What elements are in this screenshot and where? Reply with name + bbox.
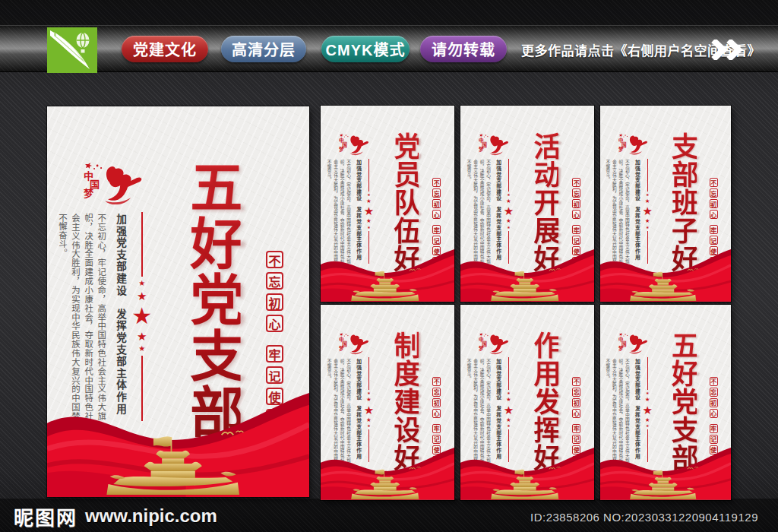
star-icon: ★ (507, 424, 510, 428)
svg-text:梦: 梦 (84, 188, 94, 199)
motto-char: 记 (572, 435, 581, 444)
page: 党建文化 高清分层 CMYK模式 请勿转载 更多作品请点击《右侧用户名空间查看》… (0, 0, 778, 532)
site-name: 昵图网 (14, 502, 77, 530)
poster-thumbnail-2[interactable]: 中 国 梦 活动开展好 加强党支部建设 发挥党支部主体作用 不忘初心，牢记使命，… (460, 106, 594, 302)
star-icon: ★ (367, 193, 370, 197)
motto-char: 初 (266, 293, 283, 311)
svg-text:梦: 梦 (479, 345, 484, 352)
star-icon: ★ (137, 331, 147, 342)
star-icon: ★ (131, 305, 152, 328)
tag-pill-no-repost[interactable]: 请勿转载 (420, 36, 507, 62)
doves-icon (549, 268, 561, 273)
poster-thumbnail-5[interactable]: 中 国 梦 作用发挥好 加强党支部建设 发挥党支部主体作用 不忘初心，牢记使命，… (460, 305, 594, 500)
star-icon: ★ (366, 198, 372, 204)
motto-char: 记 (432, 435, 441, 444)
doves-icon (220, 429, 245, 439)
china-dream-logo: 中 国 梦 (336, 332, 369, 355)
motto-char: 心 (432, 210, 441, 219)
double-chevron-right-icon[interactable] (711, 40, 745, 60)
motto-char: 记 (710, 435, 719, 444)
divider-line (508, 357, 509, 390)
motto-char: 忘 (432, 188, 441, 198)
motto-char: 牢 (710, 424, 719, 433)
svg-text:梦: 梦 (618, 344, 624, 351)
coreldraw-logo-icon (47, 27, 97, 73)
star-icon: ★ (507, 226, 510, 230)
site-url: www.nipic.com (85, 505, 217, 527)
star-icon: ★ (506, 218, 511, 224)
poster-thumbnail-3[interactable]: 中 国 梦 支部班子好 加强党支部建设 发挥党支部主体作用 不忘初心，牢记使命，… (600, 106, 731, 302)
motto-char: 忘 (572, 188, 581, 198)
motto-char: 心 (432, 409, 441, 418)
star-icon: ★ (507, 391, 510, 395)
motto-char: 不 (572, 377, 581, 386)
star-icon: ★ (646, 193, 649, 197)
doves-icon (549, 466, 561, 471)
motto-char: 记 (572, 236, 581, 245)
star-icon: ★ (506, 198, 511, 204)
motto-char: 记 (710, 236, 719, 245)
star-icon: ★ (646, 226, 649, 230)
site-watermark: 昵图网 www.nipic.com (14, 503, 217, 529)
motto-char: 初 (572, 398, 581, 407)
tiananmen-silhouette (350, 469, 420, 499)
tag-pill-party-culture[interactable]: 党建文化 (122, 36, 208, 62)
top-frame-strip (0, 0, 778, 25)
motto-char: 不 (266, 251, 283, 268)
divider-line (508, 159, 509, 192)
tiananmen-silhouette (490, 469, 560, 499)
doves-icon (687, 466, 699, 471)
poster-thumbnail-6[interactable]: 中 国 梦 五好党支部 加强党支部建设 发挥党支部主体作用 不忘初心，牢记使命，… (600, 305, 731, 500)
star-icon: ★ (367, 424, 370, 428)
star-icon: ★ (138, 345, 145, 353)
star-icon: ★ (366, 417, 372, 423)
motto-char: 不 (432, 377, 441, 386)
motto-char: 牢 (710, 225, 719, 234)
tag-pill-hd-layered[interactable]: 高清分层 (221, 36, 306, 62)
motto-char: 心 (710, 409, 719, 418)
star-icon: ★ (137, 290, 147, 302)
motto-char: 初 (710, 398, 719, 407)
motto-char: 初 (432, 398, 441, 407)
doves-icon (409, 466, 422, 471)
star-icon: ★ (507, 193, 510, 197)
motto-char: 初 (432, 199, 441, 208)
star-icon: ★ (364, 404, 374, 416)
star-icon: ★ (645, 417, 650, 423)
star-icon: ★ (504, 404, 514, 416)
motto-char: 不 (710, 178, 719, 187)
china-dream-logo: 中 国 梦 (476, 133, 509, 156)
motto-char: 记 (266, 366, 283, 384)
poster-thumbnail-large[interactable]: 中 国 梦 五好党支部 加强党支部建设 发挥党支部主体作用 不忘初心，牢记使命，… (47, 106, 309, 497)
motto-char: 心 (572, 409, 581, 418)
image-id-text: ID:23858206 NO:20230331220904119129 (530, 511, 758, 524)
tag-pill-cmyk-mode[interactable]: CMYK模式 (321, 36, 410, 62)
china-dream-logo: 中 国 梦 (77, 161, 143, 205)
star-icon: ★ (506, 397, 511, 403)
star-icon: ★ (364, 205, 374, 217)
tiananmen-silhouette (629, 470, 697, 499)
china-dream-logo: 中 国 梦 (615, 133, 648, 155)
poster-thumbnail-4[interactable]: 中 国 梦 制度建设好 加强党支部建设 发挥党支部主体作用 不忘初心，牢记使命，… (321, 305, 454, 500)
tiananmen-silhouette (105, 435, 241, 495)
motto-char: 忘 (432, 388, 441, 397)
motto-char: 不 (432, 178, 441, 187)
star-icon: ★ (642, 205, 652, 217)
divider-line (141, 212, 143, 277)
motto-char: 初 (710, 199, 719, 208)
motto-char: 牢 (572, 225, 581, 234)
poster-thumbnail-1[interactable]: 中 国 梦 党员队伍好 加强党支部建设 发挥党支部主体作用 不忘初心，牢记使命，… (321, 106, 454, 302)
star-icon: ★ (506, 417, 511, 423)
star-icon: ★ (366, 397, 372, 403)
motto-char: 不 (572, 178, 581, 187)
doves-icon (409, 268, 422, 273)
motto-char: 牢 (432, 225, 441, 234)
star-icon: ★ (138, 280, 145, 287)
motto-char: 忘 (710, 388, 719, 397)
star-icon: ★ (645, 218, 650, 224)
star-icon: ★ (504, 205, 514, 217)
motto-char: 牢 (572, 424, 581, 433)
motto-char: 记 (432, 236, 441, 245)
star-icon: ★ (645, 198, 650, 204)
svg-text:梦: 梦 (618, 146, 624, 153)
